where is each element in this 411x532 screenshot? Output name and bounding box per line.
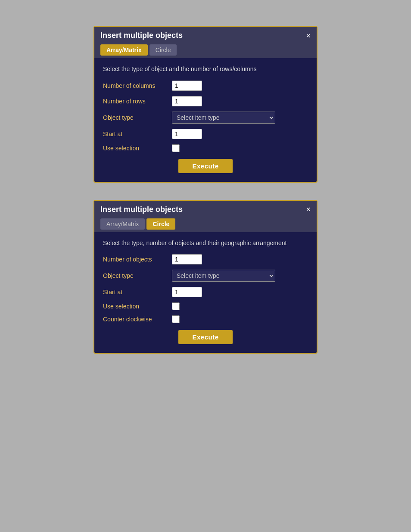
num-rows-row: Number of rows <box>103 96 308 106</box>
use-selection-row-2: Use selection <box>103 302 308 310</box>
num-rows-label: Number of rows <box>103 98 172 105</box>
start-at-label-2: Start at <box>103 289 172 296</box>
num-objects-row: Number of objects <box>103 254 308 264</box>
use-selection-label-2: Use selection <box>103 303 172 310</box>
use-selection-checkbox-1[interactable] <box>172 144 180 152</box>
dialog-title-2: Insert multiple objects <box>100 205 183 214</box>
tab-circle-1[interactable]: Circle <box>149 44 177 56</box>
dialog-titlebar-2: Insert multiple objects × <box>94 201 317 218</box>
use-selection-label-1: Use selection <box>103 145 172 152</box>
dialog-description-2: Select the type, number of objects and t… <box>103 239 308 248</box>
start-at-label-1: Start at <box>103 131 172 137</box>
dialog-description-1: Select the type of object and the number… <box>103 65 308 74</box>
close-button-2[interactable]: × <box>306 205 311 213</box>
dialog-title-1: Insert multiple objects <box>100 31 183 40</box>
execute-button-2[interactable]: Execute <box>178 330 232 344</box>
num-rows-input[interactable] <box>172 96 202 106</box>
counter-clockwise-checkbox[interactable] <box>172 315 180 323</box>
num-columns-label: Number of columns <box>103 82 172 89</box>
dialog-insert-multiple-2: Insert multiple objects × Array/Matrix C… <box>93 200 318 354</box>
tab-bar-2: Array/Matrix Circle <box>94 218 317 232</box>
tab-bar-1: Array/Matrix Circle <box>94 44 317 58</box>
num-columns-input[interactable] <box>172 81 202 91</box>
execute-row-2: Execute <box>103 330 308 344</box>
counter-clockwise-row: Counter clockwise <box>103 315 308 323</box>
tab-array-matrix-1[interactable]: Array/Matrix <box>100 44 148 56</box>
start-at-row-2: Start at <box>103 287 308 297</box>
num-objects-input[interactable] <box>172 254 202 264</box>
object-type-label-1: Object type <box>103 114 172 121</box>
dialog-body-2: Select the type, number of objects and t… <box>94 232 317 353</box>
close-button-1[interactable]: × <box>306 32 311 40</box>
execute-row-1: Execute <box>103 159 308 173</box>
counter-clockwise-label: Counter clockwise <box>103 316 172 323</box>
dialog-body-1: Select the type of object and the number… <box>94 58 317 182</box>
object-type-select-1[interactable]: Select item type <box>172 112 275 124</box>
object-type-row-1: Object type Select item type <box>103 112 308 124</box>
start-at-input-1[interactable] <box>172 129 202 139</box>
num-objects-label: Number of objects <box>103 256 172 263</box>
tab-circle-2[interactable]: Circle <box>146 218 175 230</box>
object-type-row-2: Object type Select item type <box>103 270 308 282</box>
start-at-row-1: Start at <box>103 129 308 139</box>
execute-button-1[interactable]: Execute <box>178 159 232 173</box>
use-selection-checkbox-2[interactable] <box>172 302 180 310</box>
use-selection-row-1: Use selection <box>103 144 308 152</box>
object-type-label-2: Object type <box>103 272 172 279</box>
dialog-titlebar-1: Insert multiple objects × <box>94 27 317 44</box>
num-columns-row: Number of columns <box>103 81 308 91</box>
dialog-insert-multiple-1: Insert multiple objects × Array/Matrix C… <box>93 26 318 183</box>
object-type-select-2[interactable]: Select item type <box>172 270 275 282</box>
start-at-input-2[interactable] <box>172 287 202 297</box>
tab-array-matrix-2[interactable]: Array/Matrix <box>100 218 145 230</box>
